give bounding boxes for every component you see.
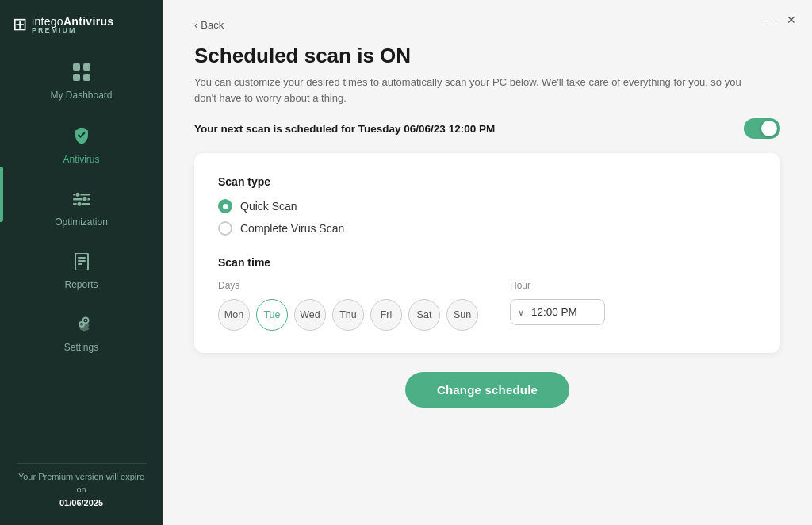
day-mon[interactable]: Mon xyxy=(218,299,250,331)
svg-point-10 xyxy=(82,197,86,201)
svg-point-8 xyxy=(75,193,79,197)
day-wed[interactable]: Wed xyxy=(294,299,326,331)
footer-text: Your Premium version will expire on xyxy=(18,472,144,495)
day-tue[interactable]: Tue xyxy=(256,299,288,331)
scan-type-options: Quick Scan Complete Virus Scan xyxy=(218,199,756,236)
svg-rect-15 xyxy=(78,260,86,262)
active-indicator xyxy=(0,167,3,222)
sidebar-divider xyxy=(17,463,147,464)
radio-quick-scan[interactable]: Quick Scan xyxy=(218,199,756,213)
svg-rect-1 xyxy=(83,63,90,71)
sidebar-item-optimization-label: Optimization xyxy=(55,217,108,228)
hour-select[interactable]: 12:00 AM 1:00 AM 2:00 AM 3:00 AM 4:00 AM… xyxy=(510,299,605,325)
schedule-info: Your next scan is scheduled for Tuesday … xyxy=(194,123,495,135)
shield-icon xyxy=(72,126,91,150)
sidebar: ⊞ integoAntivirus PREMIUM My Dashboard xyxy=(0,0,163,525)
sidebar-item-reports-label: Reports xyxy=(64,279,98,290)
svg-point-18 xyxy=(84,320,86,321)
dashboard-icon xyxy=(73,63,90,86)
toggle-slider xyxy=(744,118,780,139)
radio-complete-icon xyxy=(218,221,232,236)
schedule-toggle-wrapper xyxy=(744,118,780,139)
app-logo: ⊞ integoAntivirus PREMIUM xyxy=(0,0,163,52)
change-schedule-button[interactable]: Change schedule xyxy=(405,372,569,408)
day-thu[interactable]: Thu xyxy=(332,299,364,331)
page-subtitle: You can customize your desired times to … xyxy=(194,75,749,105)
page-title: Scheduled scan is ON xyxy=(194,44,780,68)
footer-expiry: 01/06/2025 xyxy=(59,498,103,508)
sidebar-nav: My Dashboard Antivirus xyxy=(0,52,163,457)
days-buttons: Mon Tue Wed Thu Fri Sat Sun xyxy=(218,299,478,331)
svg-rect-3 xyxy=(83,74,90,81)
svg-rect-0 xyxy=(73,63,80,71)
hour-sublabel: Hour xyxy=(510,280,605,291)
back-label: Back xyxy=(201,19,224,31)
close-button[interactable]: ✕ xyxy=(787,14,796,25)
radio-complete-label: Complete Virus Scan xyxy=(240,222,344,235)
sidebar-item-dashboard[interactable]: My Dashboard xyxy=(0,52,163,112)
sidebar-item-antivirus-label: Antivirus xyxy=(63,154,99,165)
logo-text: integoAntivirus PREMIUM xyxy=(32,16,113,34)
settings-icon xyxy=(73,316,90,338)
svg-rect-16 xyxy=(78,263,82,265)
title-bar-controls: — ✕ xyxy=(764,14,796,25)
radio-quick-label: Quick Scan xyxy=(240,200,297,213)
svg-rect-2 xyxy=(73,74,80,81)
sidebar-item-antivirus[interactable]: Antivirus xyxy=(0,115,163,176)
schedule-row: Your next scan is scheduled for Tuesday … xyxy=(194,118,780,139)
sidebar-footer: Your Premium version will expire on 01/0… xyxy=(0,470,163,510)
day-sun[interactable]: Sun xyxy=(446,299,478,331)
hour-select-wrapper: 12:00 AM 1:00 AM 2:00 AM 3:00 AM 4:00 AM… xyxy=(510,299,605,325)
back-chevron-icon: ‹ xyxy=(194,19,197,31)
main-content: — ✕ ‹ Back Scheduled scan is ON You can … xyxy=(163,0,812,525)
days-group: Days Mon Tue Wed Thu Fri Sat Sun xyxy=(218,280,478,331)
back-link[interactable]: ‹ Back xyxy=(194,19,780,31)
sliders-icon xyxy=(73,190,90,213)
settings-card: Scan type Quick Scan Complete Virus Scan… xyxy=(194,153,780,353)
svg-point-12 xyxy=(77,202,81,206)
sidebar-item-dashboard-label: My Dashboard xyxy=(50,90,112,101)
day-fri[interactable]: Fri xyxy=(370,299,402,331)
logo-sub: PREMIUM xyxy=(32,27,113,34)
sidebar-item-optimization[interactable]: Optimization xyxy=(0,179,163,239)
schedule-toggle[interactable] xyxy=(744,118,780,139)
logo-icon: ⊞ xyxy=(13,14,27,35)
days-hour-row: Days Mon Tue Wed Thu Fri Sat Sun Hour 12… xyxy=(218,280,756,331)
sidebar-item-settings[interactable]: Settings xyxy=(0,305,163,364)
scan-time-label: Scan time xyxy=(218,256,756,269)
days-sublabel: Days xyxy=(218,280,478,291)
sidebar-item-reports[interactable]: Reports xyxy=(0,242,163,301)
radio-complete-scan[interactable]: Complete Virus Scan xyxy=(218,221,756,236)
scan-type-label: Scan type xyxy=(218,175,756,188)
day-sat[interactable]: Sat xyxy=(408,299,440,331)
svg-rect-14 xyxy=(78,257,86,259)
svg-rect-5 xyxy=(73,198,90,201)
reports-icon xyxy=(73,253,90,275)
hour-group: Hour 12:00 AM 1:00 AM 2:00 AM 3:00 AM 4:… xyxy=(510,280,605,325)
sidebar-item-settings-label: Settings xyxy=(64,342,98,353)
logo-main: integoAntivirus xyxy=(32,16,113,27)
minimize-button[interactable]: — xyxy=(764,14,776,25)
radio-quick-icon xyxy=(218,199,232,213)
